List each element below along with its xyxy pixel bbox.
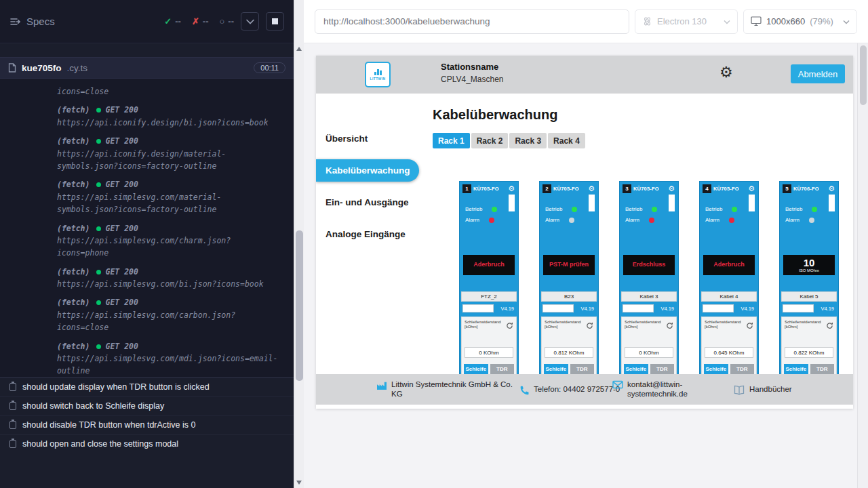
refresh-icon[interactable]	[586, 320, 593, 332]
schleife-button[interactable]: Schleife	[464, 364, 488, 374]
footer-phone[interactable]: Telefon: 04402 972577-0	[519, 384, 620, 395]
settings-gear-icon[interactable]: ⚙	[719, 65, 733, 80]
sidebar-item-kabelueberwachung[interactable]: Kabelüberwachung	[316, 159, 419, 182]
gear-icon[interactable]: ⚙	[828, 185, 835, 192]
collapse-button[interactable]	[241, 12, 259, 30]
gear-icon[interactable]: ⚙	[508, 185, 515, 192]
url-input[interactable]: http://localhost:3000/kabelueberwachung	[315, 9, 629, 34]
tdr-button[interactable]: TDR	[730, 364, 755, 374]
specs-menu-button[interactable]: Specs	[9, 16, 55, 27]
spec-extension: .cy.ts	[67, 63, 88, 73]
scrollbar-thumb[interactable]	[296, 230, 303, 381]
sidebar-item-uebersicht[interactable]: Übersicht	[316, 127, 433, 150]
measurement-label: Schleifenwiderstand [kOhm]	[785, 320, 826, 329]
tab-rack-3[interactable]: Rack 3	[509, 133, 547, 148]
refresh-icon[interactable]	[746, 320, 753, 332]
scroll-down-icon[interactable]	[296, 481, 302, 485]
tdr-button[interactable]: TDR	[650, 364, 675, 374]
url-text: http://localhost:3000/kabelueberwachung	[323, 16, 490, 26]
test-item[interactable]: should open and close the settings modal	[0, 434, 294, 453]
network-log-entry[interactable]: (fetch)GET 200 https://api.simplesvg.com…	[57, 178, 279, 216]
success-dot-icon	[96, 300, 101, 305]
footer-manuals[interactable]: Handbücher	[733, 384, 792, 395]
stat-pending: ○--	[219, 16, 234, 26]
network-log-entry[interactable]: (fetch)GET 200 https://api.iconify.desig…	[57, 104, 279, 129]
schleife-button[interactable]: Schleife	[544, 364, 568, 374]
card-display-tab	[749, 195, 755, 211]
card-number: 4	[703, 184, 711, 193]
electron-icon	[642, 16, 652, 26]
log-status: GET 200	[105, 224, 138, 233]
viewport-icon	[751, 16, 762, 26]
stat-passed: ✓--	[164, 16, 181, 26]
tab-rack-4[interactable]: Rack 4	[548, 133, 585, 148]
display-chip	[623, 304, 654, 312]
test-case-icon	[9, 421, 16, 429]
app-main: Übersicht Kabelüberwachung Ein- und Ausg…	[316, 94, 853, 409]
refresh-icon[interactable]	[506, 320, 513, 332]
card-display-tab	[589, 195, 595, 211]
test-item[interactable]: should disable TDR button when tdrActive…	[0, 415, 294, 434]
tdr-button[interactable]: TDR	[570, 364, 595, 374]
sidebar-item-analoge-eingaenge[interactable]: Analoge Eingänge	[316, 223, 433, 245]
spec-header[interactable]: kue705fo.cy.ts 00:11	[0, 57, 294, 79]
scrollbar-thumb[interactable]	[860, 45, 867, 105]
card-model: KÜ705-FO	[713, 186, 739, 192]
schleife-button[interactable]: Schleife	[784, 364, 808, 374]
book-icon	[733, 385, 745, 395]
tab-rack-2[interactable]: Rack 2	[471, 133, 509, 148]
cypress-runner-panel: Specs ✓-- ✗-- ○-- kue705fo.cy.ts 00:11 i…	[0, 0, 294, 488]
alarm-label: Alarm	[705, 217, 719, 223]
littwin-logo: LITTWIN	[365, 62, 391, 87]
stop-button[interactable]	[266, 12, 284, 30]
status-unit: ISO MOhm	[799, 268, 819, 272]
log-tag: (fetch)	[57, 267, 90, 277]
gear-icon[interactable]: ⚙	[748, 185, 755, 192]
station-name: CPLV4_Maschen	[441, 75, 504, 84]
footer-email[interactable]: kontakt@littwin-systemtechnik.de	[612, 380, 703, 400]
schleife-button[interactable]: Schleife	[624, 364, 648, 374]
sidebar-item-label: Übersicht	[326, 134, 368, 144]
schleife-button[interactable]: Schleife	[704, 364, 728, 374]
tab-label: Rack 3	[515, 136, 541, 146]
tdr-button[interactable]: TDR	[810, 364, 835, 374]
tdr-button[interactable]: TDR	[490, 364, 515, 374]
sidebar-item-ein-und-ausgaenge[interactable]: Ein- und Ausgänge	[316, 191, 433, 214]
alarm-led	[729, 218, 734, 223]
tab-rack-1[interactable]: Rack 1	[433, 133, 470, 148]
success-dot-icon	[96, 108, 101, 113]
network-log-entry[interactable]: icons=close	[57, 85, 279, 98]
status-text: Erdschluss	[633, 262, 666, 268]
network-log-entry[interactable]: (fetch)GET 200 https://api.simplesvg.com…	[57, 222, 279, 260]
test-item[interactable]: should update display when TDR button is…	[0, 378, 294, 396]
viewport-select[interactable]: 1000x660 (79%)	[743, 9, 857, 34]
scroll-up-icon[interactable]	[296, 47, 302, 51]
log-status: GET 200	[105, 136, 138, 146]
test-item[interactable]: should switch back to Schleife display	[0, 396, 294, 415]
network-log-entry[interactable]: (fetch)GET 200 https://api.simplesvg.com…	[57, 266, 279, 291]
measurement-panel: Schleifenwiderstand [kOhm] 0.812 KOhm Sc…	[541, 317, 597, 378]
panel-scrollbar	[294, 0, 304, 488]
gear-icon[interactable]: ⚙	[588, 185, 595, 192]
log-url: https://api.simplesvg.com/carbon.json?ic…	[57, 309, 279, 334]
browser-select[interactable]: Electron 130	[635, 9, 738, 34]
gear-icon[interactable]: ⚙	[668, 185, 675, 192]
sidebar-item-label: Ein- und Ausgänge	[326, 197, 409, 207]
measurement-label: Schleifenwiderstand [kOhm]	[705, 320, 746, 329]
app-sidebar: Übersicht Kabelüberwachung Ein- und Ausg…	[316, 94, 433, 409]
measurement-panel: Schleifenwiderstand [kOhm] 0.822 KOhm Sc…	[781, 317, 837, 378]
log-status: GET 200	[105, 180, 138, 189]
firmware-version: V4.19	[741, 306, 754, 312]
network-log-entry[interactable]: (fetch)GET 200 https://api.simplesvg.com…	[57, 340, 279, 377]
logout-button[interactable]: Abmelden	[791, 64, 845, 83]
network-log-entry[interactable]: (fetch)GET 200 https://api.iconify.desig…	[57, 135, 279, 172]
sidebar-item-label: Kabelüberwachung	[326, 165, 410, 176]
card-display-tab	[829, 195, 835, 211]
network-log-entry[interactable]: (fetch)GET 200 https://api.simplesvg.com…	[57, 296, 279, 333]
refresh-icon[interactable]	[666, 320, 673, 332]
status-display: PST-M prüfen	[543, 255, 595, 275]
card-number: 1	[462, 184, 471, 193]
refresh-icon[interactable]	[826, 320, 833, 332]
tab-label: Rack 2	[477, 136, 503, 146]
card-model: KÜ706-FO	[793, 186, 819, 192]
